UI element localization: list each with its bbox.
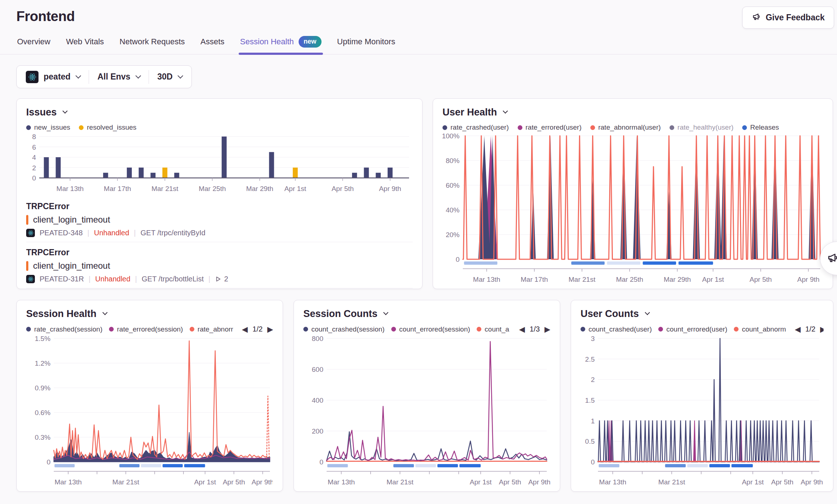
session-health-chart[interactable]: 00.3%0.6%0.9%1.2%1.5%Mar 13thMar 21stApr… bbox=[26, 336, 273, 487]
svg-text:Mar 29th: Mar 29th bbox=[246, 185, 273, 192]
tab-uptime-monitors[interactable]: Uptime Monitors bbox=[336, 34, 396, 54]
legend-rate-abnormal-user[interactable]: rate_abnormal(user) bbox=[590, 123, 661, 131]
issue-title: client_login_timeout bbox=[26, 261, 413, 271]
meta-divider bbox=[89, 275, 90, 283]
page-header: Frontend Give Feedback bbox=[0, 0, 837, 24]
session-counts-chart[interactable]: 0200400600800Mar 13thMar 21stApr 1stApr … bbox=[303, 336, 550, 487]
svg-text:0: 0 bbox=[46, 458, 50, 466]
pager-next-icon[interactable]: ▶ bbox=[820, 325, 824, 333]
user-counts-panel-title[interactable]: User Counts bbox=[581, 308, 824, 320]
meta-divider bbox=[209, 275, 210, 283]
legend-rate-errored-session[interactable]: rate_errored(session) bbox=[109, 325, 183, 333]
svg-text:6: 6 bbox=[32, 143, 36, 151]
session-counts-legend: count_crashed(session) count_errored(ses… bbox=[303, 325, 550, 333]
svg-text:Apr 1st: Apr 1st bbox=[742, 478, 764, 486]
date-range-filter[interactable]: 30D bbox=[149, 72, 191, 82]
svg-text:Mar 13th: Mar 13th bbox=[473, 276, 500, 283]
legend-count-abnormal-session[interactable]: count_a bbox=[477, 325, 509, 333]
svg-text:Apr 5th: Apr 5th bbox=[332, 185, 354, 192]
user-health-panel-title[interactable]: User Health bbox=[442, 107, 823, 118]
svg-text:Apr 5th: Apr 5th bbox=[771, 478, 793, 486]
issue-row[interactable]: TRPCError client_login_timeout PEATED-31… bbox=[26, 242, 413, 288]
issues-bar-chart[interactable]: 02468Mar 13thMar 17thMar 21stMar 25thMar… bbox=[26, 134, 413, 196]
series-dot-icon bbox=[670, 125, 674, 130]
tab-overview[interactable]: Overview bbox=[16, 34, 51, 54]
svg-text:0: 0 bbox=[32, 174, 36, 182]
legend-pager: ◀ 1/3 ▶ bbox=[517, 325, 550, 333]
user-health-panel: User Health rate_crashed(user) rate_erro… bbox=[433, 98, 833, 289]
series-dot-icon bbox=[26, 327, 31, 332]
issue-short-id: PEATED-348 bbox=[40, 229, 83, 237]
svg-text:Apr 9th: Apr 9th bbox=[379, 185, 401, 192]
svg-text:Mar 25th: Mar 25th bbox=[616, 276, 643, 283]
react-project-icon bbox=[26, 275, 35, 283]
issue-transaction: GET /trpc/entityById bbox=[141, 229, 206, 237]
session-counts-panel-title[interactable]: Session Counts bbox=[303, 308, 550, 320]
series-dot-icon bbox=[581, 327, 585, 332]
project-filter-value: peated bbox=[44, 72, 70, 82]
svg-text:Apr 1st: Apr 1st bbox=[470, 478, 492, 486]
svg-text:Mar 13th: Mar 13th bbox=[56, 185, 84, 192]
legend-count-errored-session[interactable]: count_errored(session) bbox=[391, 325, 470, 333]
issue-transaction: GET /trpc/bottleList bbox=[142, 275, 204, 283]
legend-count-errored-user[interactable]: count_errored(user) bbox=[658, 325, 727, 333]
page-filter-bar: peated All Envs 30D bbox=[16, 65, 192, 88]
replay-count: 2 bbox=[215, 275, 228, 283]
pager-prev-icon[interactable]: ◀ bbox=[795, 325, 801, 333]
error-level-bar bbox=[26, 215, 28, 225]
pager-next-icon[interactable]: ▶ bbox=[267, 325, 273, 333]
page-title: Frontend bbox=[16, 9, 821, 24]
legend-rate-crashed-user[interactable]: rate_crashed(user) bbox=[442, 123, 509, 131]
legend-count-crashed-user[interactable]: count_crashed(user) bbox=[581, 325, 652, 333]
svg-text:1.5: 1.5 bbox=[585, 397, 595, 404]
svg-text:Mar 13th: Mar 13th bbox=[328, 478, 355, 486]
series-dot-icon bbox=[26, 125, 31, 130]
tab-network-requests[interactable]: Network Requests bbox=[119, 34, 186, 54]
tab-session-health[interactable]: Session Health new bbox=[239, 34, 322, 54]
issue-row[interactable]: TRPCError client_login_timeout PEATED-34… bbox=[26, 196, 413, 242]
legend-rate-errored-user[interactable]: rate_errored(user) bbox=[518, 123, 582, 131]
issues-panel-title[interactable]: Issues bbox=[26, 107, 413, 118]
pager-prev-icon[interactable]: ◀ bbox=[519, 325, 525, 333]
svg-text:600: 600 bbox=[312, 366, 323, 373]
svg-text:Mar 21st: Mar 21st bbox=[569, 276, 596, 283]
legend-releases[interactable]: Releases bbox=[742, 123, 779, 131]
issues-panel: Issues new_issues resolved_issues 02468M… bbox=[16, 98, 422, 289]
legend-count-abnormal-user[interactable]: count_abnorm bbox=[734, 325, 786, 333]
svg-text:Apr 9th: Apr 9th bbox=[797, 276, 820, 283]
session-health-panel-title[interactable]: Session Health bbox=[26, 308, 273, 320]
project-filter[interactable]: peated bbox=[17, 71, 89, 83]
svg-text:Mar 21st: Mar 21st bbox=[151, 185, 179, 192]
svg-text:Mar 13th: Mar 13th bbox=[54, 478, 82, 486]
environment-filter[interactable]: All Envs bbox=[89, 72, 149, 82]
legend-new-issues[interactable]: new_issues bbox=[26, 123, 70, 131]
session-counts-panel: Session Counts count_crashed(session) co… bbox=[294, 300, 560, 492]
legend-count-crashed-session[interactable]: count_crashed(session) bbox=[303, 325, 385, 333]
chevron-down-icon bbox=[383, 310, 388, 315]
unhandled-tag: Unhandled bbox=[94, 229, 129, 237]
user-health-chart[interactable]: 020%40%60%80%100%Mar 13thMar 17thMar 21s… bbox=[442, 134, 823, 285]
tab-assets[interactable]: Assets bbox=[200, 34, 225, 54]
user-counts-chart[interactable]: 00.511.522.53Mar 13thMar 21stApr 1stApr … bbox=[581, 336, 823, 487]
legend-rate-crashed-session[interactable]: rate_crashed(session) bbox=[26, 325, 102, 333]
chevron-down-icon bbox=[178, 73, 183, 79]
pager-next-icon[interactable]: ▶ bbox=[545, 325, 550, 333]
issue-title: client_login_timeout bbox=[26, 215, 413, 225]
svg-text:8: 8 bbox=[32, 134, 36, 141]
tab-web-vitals[interactable]: Web Vitals bbox=[65, 34, 105, 54]
date-range-filter-value: 30D bbox=[157, 72, 173, 82]
svg-text:800: 800 bbox=[312, 336, 323, 342]
svg-text:Mar 29th: Mar 29th bbox=[664, 276, 691, 283]
svg-text:400: 400 bbox=[312, 397, 323, 404]
pager-page: 1/2 bbox=[805, 325, 816, 333]
legend-rate-healthy-user[interactable]: rate_healthy(user) bbox=[670, 123, 733, 131]
svg-text:Apr 9th: Apr 9th bbox=[801, 478, 823, 486]
svg-text:Mar 21st: Mar 21st bbox=[112, 478, 140, 486]
pager-prev-icon[interactable]: ◀ bbox=[242, 325, 248, 333]
legend-rate-abnormal-session[interactable]: rate_abnorr bbox=[190, 325, 233, 333]
chevron-down-icon bbox=[503, 108, 508, 113]
meta-divider bbox=[134, 229, 136, 237]
user-counts-legend: count_crashed(user) count_errored(user) … bbox=[581, 325, 824, 333]
legend-resolved-issues[interactable]: resolved_issues bbox=[79, 123, 136, 131]
give-feedback-button[interactable]: Give Feedback bbox=[742, 7, 834, 29]
